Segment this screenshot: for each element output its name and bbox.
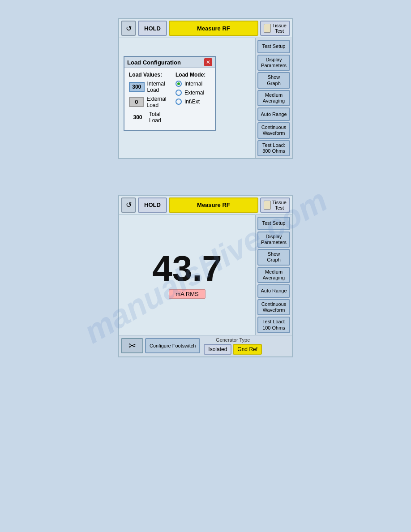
generator-type-label: Generator Type — [216, 337, 250, 343]
internal-load-label: Internal Load — [147, 81, 171, 93]
tissue-icon-2 — [264, 201, 271, 210]
top-bar-1: ↺ HOLD Measure RF TissueTest — [119, 19, 292, 38]
radio-external[interactable] — [176, 90, 182, 96]
footswitch-icon: ✂ — [128, 340, 136, 351]
display-area-2: 43.7 mA RMS — [119, 215, 255, 335]
bottom-bar-2: ✂ Configure Footswitch Generator Type Is… — [119, 335, 292, 356]
load-row-internal: 300 Internal Load — [129, 81, 171, 93]
isolated-btn[interactable]: Isolated — [204, 344, 231, 355]
generator-type-buttons: Isolated Gnd Ref — [204, 344, 262, 355]
side-buttons-1: Test Setup Display Parameters Show Graph… — [255, 38, 292, 158]
mode-intext: Int\Ext — [176, 99, 210, 105]
load-mode-label: Load Mode: — [176, 72, 210, 78]
hold-button-1[interactable]: HOLD — [138, 21, 167, 36]
tissue-test-label-2: TissueTest — [272, 200, 287, 210]
load-config-dialog: Load Configuration ✕ Load Values: 300 In… — [124, 56, 216, 131]
mode-intext-label: Int\Ext — [184, 99, 200, 105]
load-row-total: 300 Total Load — [129, 111, 171, 124]
gnd-ref-btn[interactable]: Gnd Ref — [233, 344, 262, 355]
top-bar-2: ↺ HOLD Measure RF TissueTest — [119, 196, 292, 215]
test-load-btn-1[interactable]: Test Load: 300 Ohms — [257, 140, 290, 156]
display-params-btn-2[interactable]: Display Parameters — [257, 232, 290, 248]
display-area-1: 0.0 mA RMS Load Configuration ✕ Load Val… — [119, 38, 255, 158]
mode-internal-label: Internal — [184, 81, 202, 87]
show-graph-btn-1[interactable]: Show Graph — [257, 72, 290, 88]
external-load-value[interactable]: 0 — [129, 97, 144, 107]
page-container: ↺ HOLD Measure RF TissueTest 0.0 mA RMS … — [0, 0, 411, 375]
internal-load-value[interactable]: 300 — [129, 82, 145, 92]
main-area-2: 43.7 mA RMS Test Setup Display Parameter… — [119, 215, 292, 335]
tissue-icon-1 — [264, 24, 271, 33]
continuous-waveform-btn-2[interactable]: Continuous Waveform — [257, 299, 290, 315]
configure-footswitch-btn[interactable]: Configure Footswitch — [145, 338, 200, 353]
load-values-label: Load Values: — [129, 72, 171, 78]
show-graph-btn-2[interactable]: Show Graph — [257, 249, 290, 265]
tissue-test-label-1: TissueTest — [272, 23, 287, 34]
dialog-titlebar: Load Configuration ✕ — [124, 57, 215, 68]
dialog-title: Load Configuration — [127, 59, 181, 66]
refresh-button-2[interactable]: ↺ — [121, 197, 136, 213]
test-setup-btn-2[interactable]: Test Setup — [257, 217, 290, 230]
display-params-btn-1[interactable]: Display Parameters — [257, 55, 290, 71]
measure-rf-button-1[interactable]: Measure RF — [169, 21, 258, 36]
panel-2: ↺ HOLD Measure RF TissueTest 43.7 mA RMS… — [118, 195, 293, 357]
auto-range-btn-1[interactable]: Auto Range — [257, 107, 290, 121]
dialog-body: Load Values: 300 Internal Load 0 Externa… — [124, 68, 215, 130]
big-number-2: 43.7 — [152, 251, 222, 287]
measure-rf-button-2[interactable]: Measure RF — [169, 197, 258, 213]
unit-label-2: mA RMS — [169, 289, 205, 299]
mode-external: External — [176, 90, 210, 96]
dialog-columns: Load Values: 300 Internal Load 0 Externa… — [129, 72, 210, 126]
generator-type-group: Generator Type Isolated Gnd Ref — [204, 337, 262, 355]
total-load-label: Total Load — [149, 111, 171, 124]
load-values-col: Load Values: 300 Internal Load 0 Externa… — [129, 72, 171, 126]
external-load-label: External Load — [146, 96, 171, 108]
auto-range-btn-2[interactable]: Auto Range — [257, 284, 290, 298]
tissue-test-button-2[interactable]: TissueTest — [260, 197, 290, 213]
load-row-external: 0 External Load — [129, 96, 171, 108]
side-buttons-2: Test Setup Display Parameters Show Graph… — [255, 215, 292, 335]
hold-button-2[interactable]: HOLD — [138, 197, 167, 213]
continuous-waveform-btn-1[interactable]: Continuous Waveform — [257, 122, 290, 138]
refresh-button-1[interactable]: ↺ — [121, 21, 136, 36]
tissue-test-button-1[interactable]: TissueTest — [260, 21, 290, 36]
medium-avg-btn-1[interactable]: Medium Averaging — [257, 90, 290, 106]
panel-1: ↺ HOLD Measure RF TissueTest 0.0 mA RMS … — [118, 18, 293, 159]
footswitch-icon-btn[interactable]: ✂ — [121, 338, 143, 353]
mode-internal: Internal — [176, 81, 210, 87]
test-setup-btn-1[interactable]: Test Setup — [257, 40, 290, 53]
test-load-btn-2[interactable]: Test Load: 100 Ohms — [257, 317, 290, 333]
mode-external-label: External — [184, 90, 204, 96]
dialog-close-button[interactable]: ✕ — [204, 58, 212, 66]
main-area-1: 0.0 mA RMS Load Configuration ✕ Load Val… — [119, 38, 292, 158]
medium-avg-btn-2[interactable]: Medium Averaging — [257, 267, 290, 283]
load-mode-col: Load Mode: Internal External — [176, 72, 210, 126]
radio-intext[interactable] — [176, 99, 182, 105]
radio-internal[interactable] — [176, 81, 182, 87]
